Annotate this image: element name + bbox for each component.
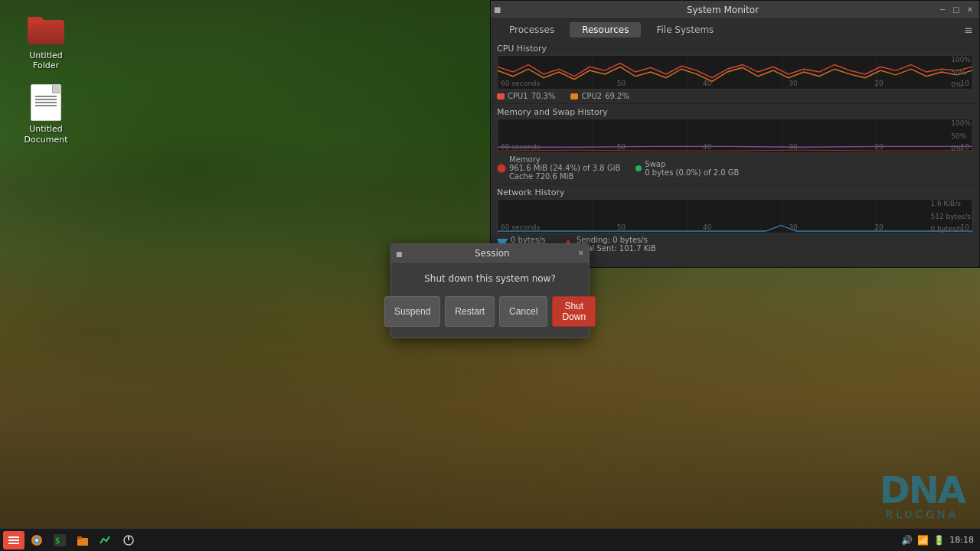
swap-legend: Swap 0 bytes (0.0%) of 2.0 GB: [635, 155, 739, 181]
cpu-axis-30: 30: [789, 80, 797, 89]
window-menubar: Processes Resources File Systems ≡: [491, 19, 979, 41]
cpu-axis-40: 40: [703, 80, 711, 89]
memory-right-labels: 100% 50% 0%: [951, 119, 971, 152]
memory-chart-info: Memory 961.6 MiB (24.4%) of 3.8 GiB Cach…: [497, 155, 973, 181]
memory-history-label: Memory and Swap History: [497, 107, 973, 117]
suspend-button[interactable]: Suspend: [384, 296, 440, 327]
taskbar-menu-button[interactable]: [3, 531, 24, 549]
power-icon: [122, 534, 135, 546]
window-titlebar: ■ System Monitor ─ □ ✕: [491, 1, 979, 19]
folder-shape: [28, 14, 64, 44]
menu-icon: [8, 535, 19, 546]
folder-label: Untitled Folder: [18, 51, 74, 70]
dialog-message: Shut down this system now?: [403, 273, 577, 284]
dialog-close-button[interactable]: ✕: [578, 249, 584, 257]
tray-time: 18:18: [949, 535, 974, 545]
network-right-labels: 1.6 KiB/s 512 bytes/s 0 bytes/s: [930, 200, 971, 233]
window-tabs: Processes Resources File Systems: [497, 22, 726, 37]
cpu2-value: 69.2%: [605, 92, 629, 100]
tab-file-systems[interactable]: File Systems: [644, 22, 726, 37]
dialog-titlebar: ■ Session ✕: [391, 244, 589, 262]
taskbar-monitor-button[interactable]: [95, 531, 116, 549]
swap-stats: Swap 0 bytes (0.0%) of 2.0 GB: [645, 160, 739, 177]
memory-value: 961.6 MiB (24.4%) of 3.8 GiB: [509, 164, 620, 172]
cpu1-legend: CPU1 70.3%: [497, 92, 555, 100]
system-monitor-window: ■ System Monitor ─ □ ✕ Processes Resourc…: [490, 0, 980, 268]
close-button[interactable]: ✕: [964, 4, 976, 16]
files-icon: [77, 534, 89, 546]
cpu-axis-20: 20: [874, 80, 883, 89]
dialog-buttons: Suspend Restart Cancel Shut Down: [403, 296, 577, 327]
tray-volume-icon: 📶: [917, 535, 929, 546]
memory-icon: [497, 164, 506, 173]
window-right-controls: ─ □ ✕: [936, 4, 976, 16]
dialog-left-spacer: ■: [396, 248, 407, 259]
network-history-label: Network History: [497, 187, 973, 197]
cpu-axis-60: 60 seconds: [501, 80, 540, 89]
window-pin-icon[interactable]: ■: [494, 5, 501, 14]
monitor-icon: [100, 534, 112, 546]
cpu2-color: [570, 93, 578, 99]
dialog-title: Session: [407, 248, 578, 259]
svg-text:$: $: [55, 536, 60, 545]
memory-stats: Memory 961.6 MiB (24.4%) of 3.8 GiB Cach…: [509, 155, 620, 181]
memory-history-section: Memory and Swap History 60 seconds 50 40…: [491, 104, 979, 184]
cpu-chart-axis: 60 seconds 50 40 30 20 10: [498, 80, 972, 89]
maximize-button[interactable]: □: [950, 4, 962, 16]
minimize-button[interactable]: ─: [936, 4, 949, 16]
shutdown-button[interactable]: Shut Down: [552, 296, 596, 327]
watermark-logo: DNA: [880, 471, 965, 508]
taskbar-files-button[interactable]: [72, 531, 93, 549]
watermark: DNA RLUCGNA: [880, 471, 965, 520]
swap-value: 0 bytes (0.0%) of 2.0 GB: [645, 168, 739, 177]
memory-chart-axis: 60 seconds 50 40 30 20 10: [498, 143, 972, 152]
folder-icon-item[interactable]: Untitled Folder: [15, 8, 77, 73]
cpu-chart-info: CPU1 70.3% CPU2 69.2%: [497, 92, 973, 100]
tab-processes[interactable]: Processes: [497, 22, 567, 37]
document-label: Untitled Document: [18, 124, 74, 144]
folder-icon-image: [28, 11, 64, 47]
svg-rect-1: [8, 540, 19, 541]
taskbar: $ 🔊 📶: [0, 528, 980, 551]
restart-button[interactable]: Restart: [445, 296, 495, 327]
cpu1-value: 70.3%: [531, 92, 556, 100]
cpu-history-section: CPU History 60 seconds 50 40 30: [491, 41, 979, 104]
document-icon-image: [28, 84, 64, 121]
desktop-icons: Untitled Folder Untitled Document: [15, 8, 77, 155]
document-icon-item[interactable]: Untitled Document: [15, 81, 77, 147]
cpu1-label: CPU1: [508, 92, 528, 100]
document-shape: [31, 84, 61, 121]
swap-dot: [635, 165, 642, 171]
cpu-history-label: CPU History: [497, 44, 973, 54]
svg-point-5: [35, 539, 38, 542]
taskbar-firefox-button[interactable]: [26, 531, 47, 549]
swap-label: Swap: [645, 160, 739, 168]
cpu2-legend: CPU2 69.2%: [570, 92, 629, 100]
cpu1-color: [497, 93, 505, 99]
watermark-text: RLUCGNA: [880, 508, 965, 520]
taskbar-left: $: [0, 531, 139, 549]
menu-icon[interactable]: ≡: [964, 24, 973, 36]
cpu-axis-50: 50: [617, 80, 626, 89]
cancel-button[interactable]: Cancel: [499, 296, 547, 327]
svg-rect-0: [8, 536, 19, 538]
dialog-body: Shut down this system now? Suspend Resta…: [391, 262, 589, 337]
memory-legend: Memory 961.6 MiB (24.4%) of 3.8 GiB Cach…: [497, 155, 620, 181]
memory-label: Memory: [509, 155, 620, 164]
terminal-icon: $: [54, 534, 66, 546]
cache-value: Cache 720.6 MiB: [509, 172, 620, 181]
session-dialog: ■ Session ✕ Shut down this system now? S…: [390, 243, 590, 338]
window-title: System Monitor: [509, 5, 936, 15]
taskbar-power-button[interactable]: [118, 531, 139, 549]
window-left-controls: ■: [494, 5, 509, 14]
memory-chart-area: 60 seconds 50 40 30 20 10 100% 50% 0%: [497, 119, 973, 153]
tray-network-icon: 🔊: [901, 535, 913, 546]
cpu-right-labels: 100% 50% 0%: [951, 56, 971, 89]
tab-resources[interactable]: Resources: [570, 22, 641, 37]
taskbar-right: 🔊 📶 🔋 18:18: [901, 535, 980, 546]
cpu2-label: CPU2: [581, 92, 602, 100]
dialog-pin-icon[interactable]: ■: [396, 250, 403, 258]
desktop: Untitled Folder Untitled Document ■ Syst…: [0, 0, 980, 551]
firefox-icon: [31, 534, 43, 546]
taskbar-terminal-button[interactable]: $: [49, 531, 70, 549]
